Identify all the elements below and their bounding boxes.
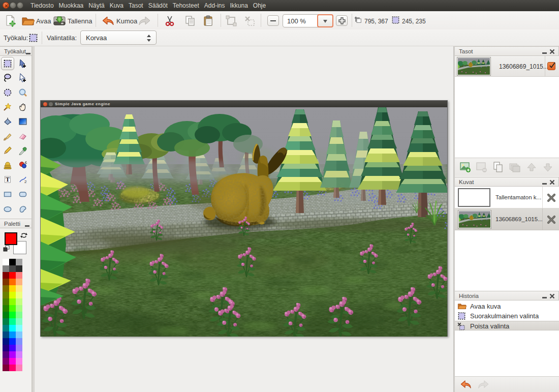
svg-text:2: 2 — [24, 179, 27, 184]
svg-text:T: T — [6, 176, 10, 183]
